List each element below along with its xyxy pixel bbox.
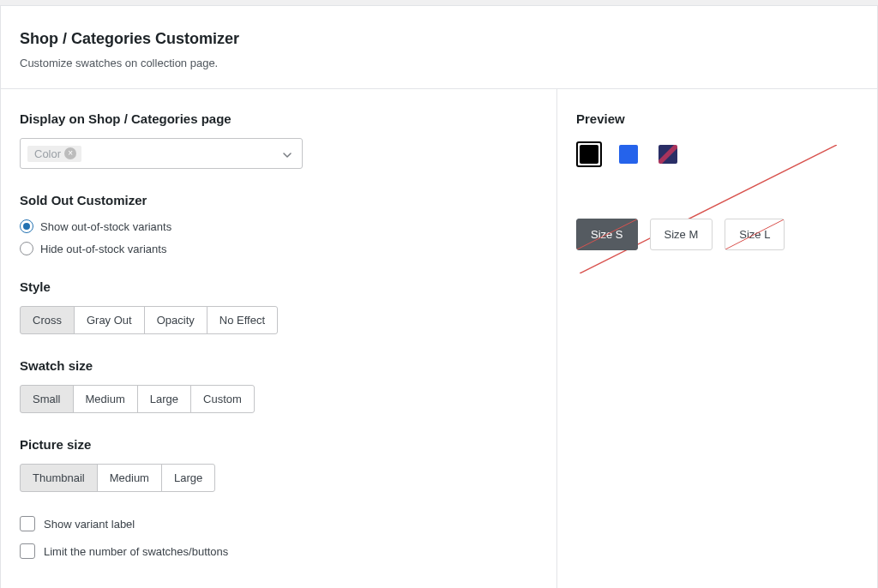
picturesize-thumbnail-button[interactable]: Thumbnail (20, 464, 98, 492)
style-noeffect-button[interactable]: No Effect (207, 306, 278, 334)
tag-color[interactable]: Color × (27, 146, 81, 162)
style-title: Style (20, 279, 538, 294)
picturesize-large-button[interactable]: Large (161, 464, 215, 492)
size-m-button[interactable]: Size M (650, 219, 713, 250)
swatchsize-large-button[interactable]: Large (137, 385, 191, 413)
size-s-button[interactable]: Size S (576, 219, 638, 250)
page-subtitle: Customize swatches on collection page. (20, 57, 858, 69)
check-show-variant-label[interactable]: Show variant label (20, 516, 538, 531)
swatch-black[interactable] (576, 141, 602, 167)
preview-color-row (576, 141, 858, 167)
style-cross-button[interactable]: Cross (20, 306, 75, 334)
picturesize-group: Thumbnail Medium Large (20, 464, 215, 492)
radio-hide-oos[interactable]: Hide out-of-stock variants (20, 242, 538, 255)
size-label: Size S (591, 228, 623, 241)
tag-label: Color (34, 147, 61, 160)
soldout-title: Sold Out Customizer (20, 193, 538, 207)
tag-remove-icon[interactable]: × (64, 147, 76, 159)
radio-label: Show out-of-stock variants (40, 220, 171, 233)
radio-label: Hide out-of-stock variants (40, 243, 166, 255)
display-title: Display on Shop / Categories page (20, 111, 538, 126)
style-grayout-button[interactable]: Gray Out (74, 306, 145, 334)
swatchsize-medium-button[interactable]: Medium (73, 385, 138, 413)
size-label: Size L (739, 228, 770, 241)
preview-title: Preview (576, 111, 858, 126)
swatchsize-title: Swatch size (20, 358, 538, 373)
swatchsize-custom-button[interactable]: Custom (190, 385, 255, 413)
swatch-image[interactable] (655, 141, 681, 167)
checkbox-label: Limit the number of swatches/buttons (44, 545, 228, 558)
check-limit-swatches[interactable]: Limit the number of swatches/buttons (20, 543, 538, 559)
radio-icon (20, 219, 33, 233)
chevron-down-icon (283, 149, 292, 158)
picturesize-section: Picture size Thumbnail Medium Large (20, 437, 538, 492)
swatchsize-small-button[interactable]: Small (20, 385, 74, 413)
size-l-button[interactable]: Size L (725, 219, 785, 250)
radio-show-oos[interactable]: Show out-of-stock variants (20, 219, 538, 233)
soldout-section: Sold Out Customizer Show out-of-stock va… (20, 193, 538, 255)
swatchsize-group: Small Medium Large Custom (20, 385, 255, 413)
page-title: Shop / Categories Customizer (20, 30, 858, 48)
preview-size-row: Size S Size M Size L (576, 219, 858, 250)
radio-icon (20, 242, 33, 255)
swatchsize-section: Swatch size Small Medium Large Custom (20, 358, 538, 413)
picturesize-title: Picture size (20, 437, 538, 452)
swatch-blue[interactable] (616, 141, 641, 167)
style-opacity-button[interactable]: Opacity (144, 306, 207, 334)
size-label: Size M (665, 228, 699, 241)
picturesize-medium-button[interactable]: Medium (97, 464, 162, 492)
style-section: Style Cross Gray Out Opacity No Effect (20, 279, 538, 334)
checkbox-icon (20, 516, 35, 531)
display-section: Display on Shop / Categories page Color … (20, 111, 538, 169)
checkbox-icon (20, 543, 35, 559)
checkbox-label: Show variant label (44, 518, 135, 531)
style-group: Cross Gray Out Opacity No Effect (20, 306, 278, 334)
display-select[interactable]: Color × (20, 138, 303, 169)
